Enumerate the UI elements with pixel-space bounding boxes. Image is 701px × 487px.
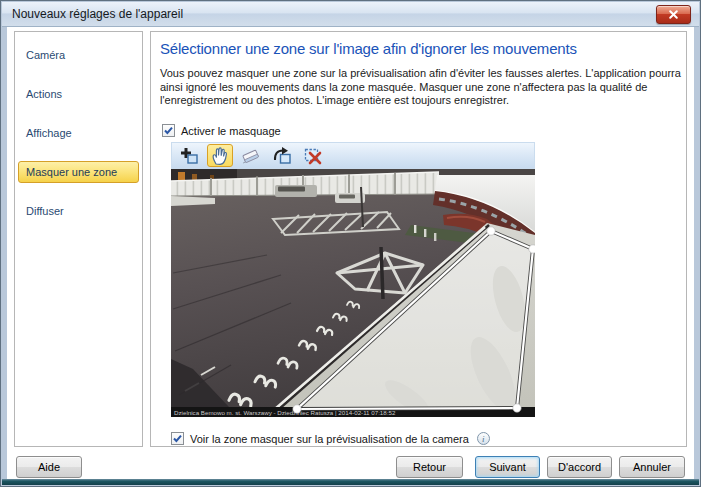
- hand-pan-icon: [209, 145, 231, 167]
- enable-mask-checkbox[interactable]: [162, 124, 175, 137]
- mask-handle[interactable]: [513, 404, 521, 412]
- sidebar-item-actions[interactable]: Actions: [18, 83, 139, 105]
- title-bar[interactable]: Nouveaux réglages de l'appareil: [2, 2, 699, 27]
- main-panel: Sélectionner une zone sur l'image afin d…: [150, 31, 687, 447]
- camera-preview[interactable]: Dzielnica Bemowo m. st. Warszawy - Dzied…: [171, 169, 535, 417]
- enable-mask-label: Activer le masquage: [181, 125, 281, 137]
- window-frame-bottom: [2, 479, 699, 485]
- mask-handle[interactable]: [487, 227, 495, 235]
- sidebar-item-diffuser[interactable]: Diffuser: [18, 200, 139, 222]
- next-button[interactable]: Suivant: [475, 456, 540, 478]
- mask-toolbar: [171, 142, 535, 169]
- delete-zone-button[interactable]: [300, 144, 326, 167]
- show-mask-label: Voir la zone masquer sur la prévisualisa…: [190, 433, 469, 445]
- checkmark-icon: [163, 125, 174, 136]
- cancel-button[interactable]: Annuler: [619, 456, 685, 478]
- ok-button[interactable]: D'accord: [547, 456, 612, 478]
- mask-handle[interactable]: [293, 405, 301, 413]
- pan-tool-button[interactable]: [207, 144, 233, 167]
- window-title: Nouveaux réglages de l'appareil: [12, 7, 183, 21]
- add-zone-button[interactable]: [176, 144, 202, 167]
- camera-preview-image: Dzielnica Bemowo m. st. Warszawy - Dzied…: [171, 169, 535, 417]
- checkmark-icon: [172, 433, 183, 444]
- eraser-button[interactable]: [238, 144, 264, 167]
- sidebar-nav: Caméra Actions Affichage Masquer une zon…: [14, 31, 143, 447]
- close-icon: [668, 9, 679, 20]
- info-icon[interactable]: i: [477, 432, 490, 445]
- sidebar-item-camera[interactable]: Caméra: [18, 44, 139, 66]
- close-button[interactable]: [656, 5, 691, 24]
- dialog-window: Nouveaux réglages de l'appareil Caméra A…: [0, 0, 701, 487]
- eraser-icon: [240, 145, 262, 167]
- mask-handle[interactable]: [529, 245, 535, 253]
- paste-zone-button[interactable]: [269, 144, 295, 167]
- page-description: Vous pouvez masquer une zone sur la prév…: [160, 67, 681, 108]
- show-mask-checkbox[interactable]: [171, 432, 184, 445]
- enable-mask-row: Activer le masquage: [162, 124, 281, 137]
- sidebar-item-affichage[interactable]: Affichage: [18, 122, 139, 144]
- sidebar-item-masquer-une-zone[interactable]: Masquer une zone: [18, 161, 139, 183]
- help-button[interactable]: Aide: [16, 456, 82, 478]
- show-mask-row: Voir la zone masquer sur la prévisualisa…: [171, 432, 490, 445]
- page-title: Sélectionner une zone sur l'image afin d…: [160, 40, 577, 57]
- add-zone-icon: [178, 145, 200, 167]
- dialog-content: Caméra Actions Affichage Masquer une zon…: [7, 27, 694, 479]
- delete-zone-icon: [302, 145, 324, 167]
- back-button[interactable]: Retour: [396, 456, 463, 478]
- paste-zone-icon: [271, 145, 293, 167]
